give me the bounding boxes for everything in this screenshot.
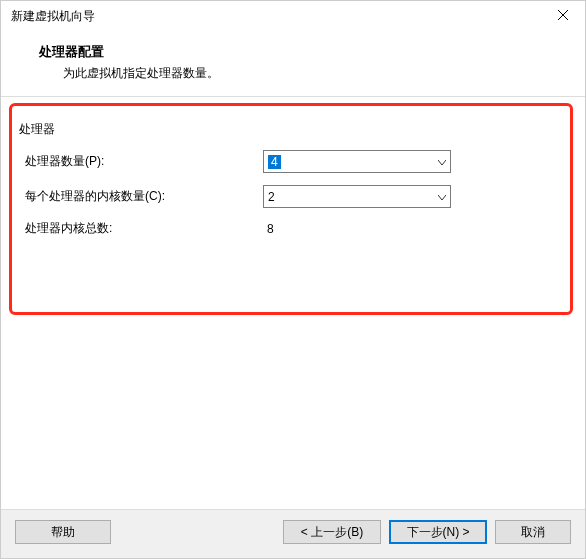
label-total-cores: 处理器内核总数:	[25, 220, 263, 237]
close-icon	[558, 9, 568, 23]
total-cores-value: 8	[263, 222, 274, 236]
label-processor-count: 处理器数量(P):	[25, 153, 263, 170]
cancel-button[interactable]: 取消	[495, 520, 571, 544]
cores-per-processor-dropdown[interactable]: 2	[263, 185, 451, 208]
page-title: 处理器配置	[39, 43, 565, 61]
row-cores-per-processor: 每个处理器的内核数量(C): 2	[19, 185, 567, 208]
window-title: 新建虚拟机向导	[11, 8, 95, 25]
label-cores-per-processor: 每个处理器的内核数量(C):	[25, 188, 263, 205]
cores-per-processor-value: 2	[268, 190, 275, 204]
row-processor-count: 处理器数量(P): 4	[19, 150, 567, 173]
page-subtitle: 为此虚拟机指定处理器数量。	[63, 65, 565, 82]
row-total-cores: 处理器内核总数: 8	[19, 220, 567, 237]
wizard-footer: 帮助 < 上一步(B) 下一步(N) > 取消	[1, 509, 585, 558]
wizard-dialog: 新建虚拟机向导 处理器配置 为此虚拟机指定处理器数量。 处理器 处理器数量(P)…	[0, 0, 586, 559]
back-button[interactable]: < 上一步(B)	[283, 520, 381, 544]
content-area: 处理器 处理器数量(P): 4 每个处理器的内核数量(C): 2 处理器内核总数…	[1, 97, 585, 509]
processor-count-dropdown[interactable]: 4	[263, 150, 451, 173]
group-label-processors: 处理器	[19, 121, 567, 138]
next-button[interactable]: 下一步(N) >	[389, 520, 487, 544]
chevron-down-icon	[438, 155, 446, 169]
help-button[interactable]: 帮助	[15, 520, 111, 544]
chevron-down-icon	[438, 190, 446, 204]
titlebar: 新建虚拟机向导	[1, 1, 585, 31]
wizard-header: 处理器配置 为此虚拟机指定处理器数量。	[1, 31, 585, 97]
processor-count-value: 4	[268, 155, 281, 169]
close-button[interactable]	[540, 1, 585, 31]
